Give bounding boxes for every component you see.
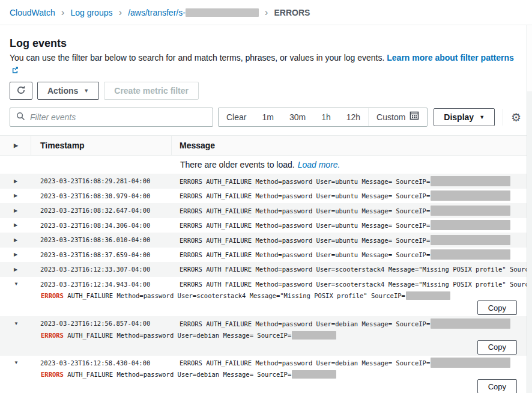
chevron-right-icon: › [118,7,122,17]
time-range-1m[interactable]: 1m [254,108,281,126]
page-title: Log events [10,37,522,50]
expand-toggle-icon[interactable]: ▶ [0,193,31,198]
event-detail: ERRORS AUTH_FAILURE Method=password User… [0,331,527,356]
log-event-row-head[interactable]: ▶2023-03-23T16:08:34.306-04:00ERRORS AUT… [0,218,527,233]
breadcrumb-cloudwatch[interactable]: CloudWatch [10,8,55,17]
event-message-text: ERRORS AUTH_FAILURE Method=password User… [180,207,430,215]
breadcrumb-log-group-name[interactable]: /aws/transfer/s- [128,8,259,17]
log-event-row[interactable]: ▼2023-03-23T16:12:34.943-04:00ERRORS AUT… [0,277,527,317]
log-event-row[interactable]: ▶2023-03-23T16:08:34.306-04:00ERRORS AUT… [0,218,527,233]
toolbar: Actions ▼ Create metric filter [10,82,522,100]
filter-events-input[interactable] [30,112,207,122]
event-message: ERRORS AUTH_FAILURE Method=password User… [172,190,527,201]
copy-button[interactable]: Copy [477,340,517,355]
chevron-right-icon: › [265,7,268,17]
caret-down-icon: ▼ [83,88,89,94]
actions-button[interactable]: Actions ▼ [37,82,99,100]
event-message-text: ERRORS AUTH_FAILURE Method=password User… [180,281,527,288]
event-timestamp: 2023-03-23T16:08:29.281-04:00 [31,177,172,184]
time-range-12h[interactable]: 12h [339,108,368,126]
expand-all-arrow-icon[interactable]: ▶ [0,136,31,155]
expand-toggle-icon[interactable]: ▶ [0,267,31,272]
log-event-row-head[interactable]: ▶2023-03-23T16:08:30.979-04:00ERRORS AUT… [0,189,527,204]
expand-toggle-icon[interactable]: ▶ [0,222,31,228]
log-event-row-head[interactable]: ▼2023-03-23T16:12:34.943-04:00ERRORS AUT… [0,277,527,292]
log-event-row-head[interactable]: ▶2023-03-23T16:12:33.307-04:00ERRORS AUT… [0,262,527,277]
caret-down-icon: ▼ [479,115,485,120]
event-detail-text: ERRORS AUTH_FAILURE Method=password User… [41,291,517,300]
learn-more-link[interactable]: Learn more about filter patterns [387,53,514,62]
time-range-1h[interactable]: 1h [313,108,339,126]
table-header: ▶ Timestamp Message [0,136,527,156]
log-event-row[interactable]: ▶2023-03-23T16:08:29.281-04:00ERRORS AUT… [0,174,527,189]
redacted-block [431,249,510,260]
event-message-text: ERRORS AUTH_FAILURE Method=password User… [180,251,430,258]
event-message: ERRORS AUTH_FAILURE Method=password User… [172,176,527,186]
event-timestamp: 2023-03-23T16:08:36.010-04:00 [31,236,172,243]
log-event-row-head[interactable]: ▶2023-03-23T16:08:32.647-04:00ERRORS AUT… [0,203,527,218]
log-event-row-head[interactable]: ▶2023-03-23T16:08:29.281-04:00ERRORS AUT… [0,174,527,189]
filter-events-search[interactable] [10,108,213,127]
copy-button-row: Copy [41,300,517,315]
log-event-row-head[interactable]: ▼2023-03-23T16:12:58.430-04:00ERRORS AUT… [0,356,527,371]
display-button-label: Display [444,112,474,122]
event-detail-text: ERRORS AUTH_FAILURE Method=password User… [41,370,517,379]
event-detail-rest: AUTH_FAILURE Method=password User=scoote… [64,292,405,299]
time-range-30m[interactable]: 30m [282,108,313,126]
event-timestamp: 2023-03-23T16:12:34.943-04:00 [31,281,172,288]
collapse-toggle-icon[interactable]: ▼ [0,281,31,287]
expand-toggle-icon[interactable]: ▶ [0,178,31,184]
redacted-block [186,8,259,17]
breadcrumb-log-group-text[interactable]: /aws/transfer/s- [128,8,186,17]
search-icon [16,112,25,123]
event-message: ERRORS AUTH_FAILURE Method=password User… [172,220,527,230]
copy-button[interactable]: Copy [477,300,517,315]
log-event-row[interactable]: ▼2023-03-23T16:12:56.857-04:00ERRORS AUT… [0,316,527,356]
log-event-row-head[interactable]: ▶2023-03-23T16:08:37.659-04:00ERRORS AUT… [0,248,527,263]
redacted-block [431,220,510,230]
redacted-block [292,331,336,340]
error-level-token: ERRORS [41,332,64,339]
event-timestamp: 2023-03-23T16:08:32.647-04:00 [31,207,172,214]
event-message: ERRORS AUTH_FAILURE Method=password User… [172,318,527,329]
redacted-block [292,370,336,379]
breadcrumb-log-groups[interactable]: Log groups [70,8,112,17]
gear-icon[interactable]: ⚙ [511,112,521,123]
log-event-row-head[interactable]: ▶2023-03-23T16:08:36.010-04:00ERRORS AUT… [0,233,527,248]
event-message-text: ERRORS AUTH_FAILURE Method=password User… [180,178,430,185]
filter-bar: Clear 1m 30m 1h 12h Custom Display ▼ ⚙ [10,108,522,127]
load-more-link[interactable]: Load more. [298,160,340,169]
event-message-text: ERRORS AUTH_FAILURE Method=password User… [180,237,430,244]
log-events-table-body: ▶2023-03-23T16:08:29.281-04:00ERRORS AUT… [0,174,527,393]
error-level-token: ERRORS [41,292,64,299]
event-timestamp: 2023-03-23T16:08:34.306-04:00 [31,222,172,229]
log-event-row[interactable]: ▶2023-03-23T16:08:37.659-04:00ERRORS AUT… [0,248,527,263]
refresh-button[interactable] [10,82,32,100]
time-range-clear[interactable]: Clear [219,108,254,126]
display-button[interactable]: Display ▼ [434,108,495,126]
expand-toggle-icon[interactable]: ▶ [0,252,31,257]
page-description: You can use the filter bar below to sear… [10,52,522,76]
divider [503,109,503,126]
scrollbar-track[interactable] [527,25,532,393]
older-events-text: There are older events to load. [180,160,295,169]
copy-button[interactable]: Copy [477,379,517,393]
log-event-row[interactable]: ▶2023-03-23T16:08:32.647-04:00ERRORS AUT… [0,203,527,218]
redacted-block [431,206,510,216]
collapse-toggle-icon[interactable]: ▼ [0,321,31,326]
refresh-icon [16,85,26,97]
log-event-row[interactable]: ▶2023-03-23T16:08:30.979-04:00ERRORS AUT… [0,189,527,204]
event-message: ERRORS AUTH_FAILURE Method=password User… [172,358,527,368]
error-level-token: ERRORS [41,371,64,378]
log-event-row[interactable]: ▶2023-03-23T16:12:33.307-04:00ERRORS AUT… [0,262,527,277]
expand-toggle-icon[interactable]: ▶ [0,208,31,213]
log-event-row[interactable]: ▶2023-03-23T16:08:36.010-04:00ERRORS AUT… [0,233,527,248]
scrollbar-thumb[interactable] [527,25,532,91]
collapse-toggle-icon[interactable]: ▼ [0,360,31,365]
create-metric-filter-button[interactable]: Create metric filter [104,82,199,100]
time-range-custom-label: Custom [376,108,405,126]
expand-toggle-icon[interactable]: ▶ [0,237,31,243]
log-event-row-head[interactable]: ▼2023-03-23T16:12:56.857-04:00ERRORS AUT… [0,316,527,331]
time-range-custom[interactable]: Custom [369,108,427,126]
log-event-row[interactable]: ▼2023-03-23T16:12:58.430-04:00ERRORS AUT… [0,356,527,393]
